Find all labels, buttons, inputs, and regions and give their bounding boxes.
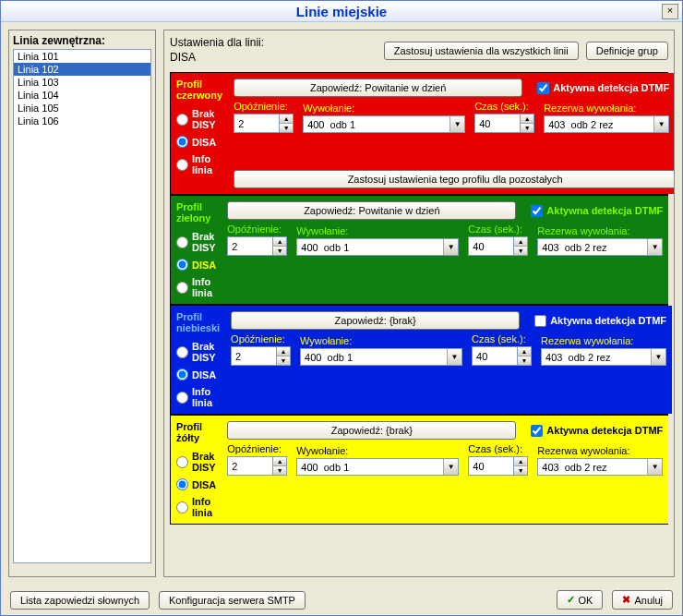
spin-down-icon[interactable]: ▼ xyxy=(514,247,527,255)
profile-title: Profil zielony xyxy=(176,201,216,223)
field-label: Opóźnienie: xyxy=(227,223,287,235)
announcement-button[interactable]: Zapowiedź: Powitanie w dzień xyxy=(234,79,522,97)
spin-up-icon[interactable]: ▲ xyxy=(280,115,293,124)
close-button[interactable]: × xyxy=(662,4,678,19)
external-line-panel: Linia zewnętrzna: Linia 101Linia 102Lini… xyxy=(8,30,156,577)
field-label: Czas (sek.): xyxy=(472,333,532,344)
delay-spinner[interactable]: ▲▼ xyxy=(227,236,287,256)
spin-up-icon[interactable]: ▲ xyxy=(273,237,286,247)
time-spinner[interactable]: ▲▼ xyxy=(472,346,532,366)
spin-up-icon[interactable]: ▲ xyxy=(277,347,290,356)
reserve-combo[interactable]: ▼ xyxy=(544,115,669,133)
mode-brak-disy-radio[interactable]: Brak DISY xyxy=(176,451,216,473)
dtmf-checkbox[interactable]: Aktywna detekcja DTMF xyxy=(534,315,666,327)
announcement-button[interactable]: Zapowiedź: Powitanie w dzień xyxy=(227,201,516,220)
line-item[interactable]: Linia 104 xyxy=(14,89,150,102)
chevron-down-icon[interactable]: ▼ xyxy=(647,459,662,475)
chevron-down-icon[interactable]: ▼ xyxy=(449,116,464,132)
spin-up-icon[interactable]: ▲ xyxy=(518,347,531,356)
mode-brak-disy-radio[interactable]: Brak DISY xyxy=(176,341,220,363)
reserve-combo[interactable]: ▼ xyxy=(537,458,663,476)
mode-info-linia-radio[interactable]: Info linia xyxy=(176,153,222,175)
mode-disa-radio[interactable]: DISA xyxy=(176,259,216,271)
mode-info-linia-radio[interactable]: Info linia xyxy=(176,496,216,518)
settings-panel: Ustawienia dla linii: DISA Zastosuj usta… xyxy=(163,30,675,577)
line-listbox[interactable]: Linia 101Linia 102Linia 103Linia 104Lini… xyxy=(13,49,151,563)
external-line-label: Linia zewnętrzna: xyxy=(13,34,151,47)
dtmf-checkbox[interactable]: Aktywna detekcja DTMF xyxy=(531,205,663,217)
spin-down-icon[interactable]: ▼ xyxy=(521,124,533,132)
call-combo[interactable]: ▼ xyxy=(303,115,465,133)
check-icon: ✓ xyxy=(567,594,575,606)
spin-up-icon[interactable]: ▲ xyxy=(273,457,286,466)
spin-down-icon[interactable]: ▼ xyxy=(514,466,527,475)
cancel-button[interactable]: ✖Anuluj xyxy=(612,590,673,610)
line-item[interactable]: Linia 106 xyxy=(14,115,150,127)
announcement-button[interactable]: Zapowiedź: {brak} xyxy=(231,311,520,330)
spin-up-icon[interactable]: ▲ xyxy=(514,457,527,466)
line-item[interactable]: Linia 105 xyxy=(14,102,150,115)
smtp-config-button[interactable]: Konfiguracja serwera SMTP xyxy=(159,591,306,610)
spin-down-icon[interactable]: ▼ xyxy=(277,356,290,365)
mode-brak-disy-radio[interactable]: Brak DISY xyxy=(176,108,222,130)
field-label: Opóźnienie: xyxy=(227,443,287,454)
reserve-combo[interactable]: ▼ xyxy=(541,348,666,366)
spin-down-icon[interactable]: ▼ xyxy=(280,124,293,132)
field-label: Czas (sek.): xyxy=(468,443,528,454)
chevron-down-icon[interactable]: ▼ xyxy=(647,239,662,255)
time-spinner[interactable]: ▲▼ xyxy=(468,236,528,256)
spin-down-icon[interactable]: ▼ xyxy=(273,466,286,475)
field-label: Czas (sek.): xyxy=(468,223,528,235)
spin-up-icon[interactable]: ▲ xyxy=(514,237,527,247)
line-item[interactable]: Linia 101 xyxy=(14,50,150,63)
call-combo[interactable]: ▼ xyxy=(300,348,462,366)
apply-all-lines-button[interactable]: Zastosuj ustawienia dla wszystkich linii xyxy=(384,42,579,60)
field-label: Rezerwa wywołania: xyxy=(537,445,663,456)
apply-profile-rest-button[interactable]: Zastosuj ustawienia tego profilu dla poz… xyxy=(234,170,675,188)
profile-red: Profil czerwony Brak DISY DISA Info lini… xyxy=(170,72,668,195)
profile-title: Profil czerwony xyxy=(176,79,222,101)
spin-up-icon[interactable]: ▲ xyxy=(521,115,533,124)
reserve-combo[interactable]: ▼ xyxy=(537,238,663,256)
spin-down-icon[interactable]: ▼ xyxy=(273,247,286,255)
time-spinner[interactable]: ▲▼ xyxy=(474,114,534,133)
dtmf-checkbox[interactable]: Aktywna detekcja DTMF xyxy=(531,425,663,437)
profile-title: Profil żółty xyxy=(176,421,216,443)
call-combo[interactable]: ▼ xyxy=(296,238,459,256)
chevron-down-icon[interactable]: ▼ xyxy=(443,239,458,255)
window-title: Linie miejskie xyxy=(296,4,387,19)
mode-disa-radio[interactable]: DISA xyxy=(176,478,216,490)
mode-disa-radio[interactable]: DISA xyxy=(176,136,222,148)
delay-spinner[interactable]: ▲▼ xyxy=(231,346,291,366)
field-label: Wywołanie: xyxy=(296,445,459,456)
voice-announcements-button[interactable]: Lista zapowiedzi słownych xyxy=(10,591,150,610)
field-label: Opóźnienie: xyxy=(231,333,291,344)
ok-button[interactable]: ✓OK xyxy=(557,590,604,610)
field-label: Rezerwa wywołania: xyxy=(537,225,663,236)
time-spinner[interactable]: ▲▼ xyxy=(468,456,528,476)
call-combo[interactable]: ▼ xyxy=(296,458,459,476)
delay-spinner[interactable]: ▲▼ xyxy=(227,456,287,476)
x-icon: ✖ xyxy=(622,594,630,606)
mode-brak-disy-radio[interactable]: Brak DISY xyxy=(176,231,216,253)
field-label: Opóźnienie: xyxy=(234,101,294,112)
chevron-down-icon[interactable]: ▼ xyxy=(443,459,458,475)
profile-green: Profil zielony Brak DISY DISA Info linia… xyxy=(170,195,668,305)
chevron-down-icon[interactable]: ▼ xyxy=(653,116,668,132)
announcement-button[interactable]: Zapowiedź: {brak} xyxy=(227,421,516,440)
mode-info-linia-radio[interactable]: Info linia xyxy=(176,276,216,298)
spin-down-icon[interactable]: ▼ xyxy=(518,356,531,365)
chevron-down-icon[interactable]: ▼ xyxy=(447,349,461,365)
dtmf-checkbox[interactable]: Aktywna detekcja DTMF xyxy=(537,82,669,94)
line-item[interactable]: Linia 103 xyxy=(14,76,150,89)
titlebar: Linie miejskie × xyxy=(1,1,682,22)
field-label: Rezerwa wywołania: xyxy=(544,103,669,114)
profile-blue: Profil niebieski Brak DISY DISA Info lin… xyxy=(170,305,668,415)
line-item[interactable]: Linia 102 xyxy=(14,63,150,76)
mode-info-linia-radio[interactable]: Info linia xyxy=(176,386,220,408)
field-label: Czas (sek.): xyxy=(474,101,534,112)
delay-spinner[interactable]: ▲▼ xyxy=(234,114,294,133)
mode-disa-radio[interactable]: DISA xyxy=(176,368,220,380)
group-definitions-button[interactable]: Definicje grup xyxy=(586,42,668,60)
chevron-down-icon[interactable]: ▼ xyxy=(651,349,665,365)
